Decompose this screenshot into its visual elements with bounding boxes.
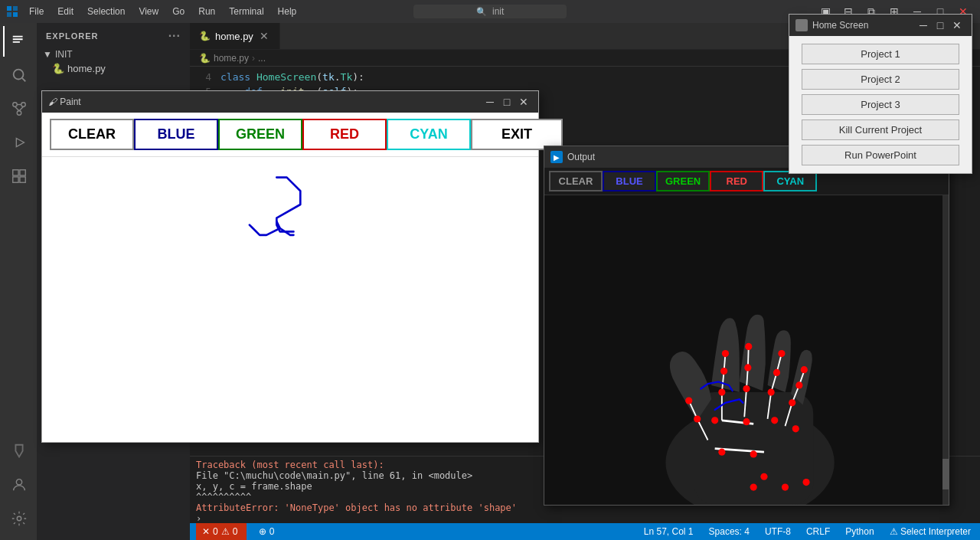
- output-window: ▶ Output ─ □ ✕ CLEAR BLUE GREEN RED CYAN: [544, 146, 949, 506]
- svg-rect-1: [13, 6, 18, 11]
- svg-point-51: [795, 381, 802, 388]
- status-right: Ln 57, Col 1 Spaces: 4 UTF-8 CRLF Python…: [641, 526, 974, 537]
- paint-title: 🖌 Paint: [48, 97, 482, 107]
- activity-testing[interactable]: [3, 436, 34, 466]
- paint-clear-button[interactable]: CLEAR: [50, 119, 134, 150]
- status-bar: ✕ 0 ⚠ 0 ⊕ 0 Ln 57, Col 1 Spaces: 4 UTF-8…: [190, 523, 980, 540]
- svg-point-45: [778, 350, 785, 357]
- svg-rect-14: [20, 170, 25, 175]
- output-clear-button[interactable]: CLEAR: [549, 171, 603, 191]
- paint-minimize-button[interactable]: ─: [482, 93, 498, 110]
- svg-point-42: [792, 425, 799, 432]
- menu-run[interactable]: Run: [192, 5, 221, 18]
- svg-point-44: [745, 343, 752, 350]
- svg-rect-2: [7, 12, 11, 17]
- svg-marker-12: [16, 139, 24, 147]
- svg-point-43: [722, 350, 729, 357]
- sidebar-item-homepy[interactable]: 🐍 home.py: [37, 61, 190, 76]
- svg-point-37: [718, 449, 725, 456]
- activity-explorer[interactable]: [3, 26, 34, 57]
- svg-rect-16: [20, 177, 25, 182]
- menu-edit[interactable]: Edit: [51, 5, 80, 18]
- status-encoding[interactable]: UTF-8: [762, 526, 794, 537]
- menu-view[interactable]: View: [132, 5, 165, 18]
- svg-point-58: [782, 483, 789, 490]
- activity-scm[interactable]: [3, 93, 34, 124]
- tab-homepy[interactable]: 🐍 home.py ✕: [190, 23, 280, 49]
- svg-point-17: [16, 479, 21, 485]
- run-powerpoint-button[interactable]: Run PowerPoint: [802, 145, 959, 165]
- hand-tracking-visualization: [544, 195, 949, 505]
- svg-point-53: [718, 389, 725, 396]
- sidebar-section-header[interactable]: ▼ INIT: [37, 47, 190, 61]
- svg-point-48: [720, 368, 727, 375]
- homescreen-body: Project 1 Project 2 Project 3 Kill Curre…: [789, 36, 972, 173]
- output-green-button[interactable]: GREEN: [656, 171, 710, 191]
- status-left: ✕ 0 ⚠ 0 ⊕ 0: [196, 523, 277, 540]
- svg-point-46: [801, 366, 808, 373]
- search-bar[interactable]: 🔍 init: [413, 5, 567, 18]
- status-eol[interactable]: CRLF: [803, 526, 833, 537]
- warning-icon: ⚠: [221, 526, 230, 537]
- activity-settings[interactable]: [3, 503, 34, 534]
- output-scrollbar[interactable]: [942, 195, 949, 505]
- svg-point-41: [771, 417, 778, 424]
- activity-bar: [0, 23, 37, 540]
- paint-red-button[interactable]: RED: [302, 119, 387, 150]
- svg-point-60: [802, 479, 809, 486]
- sidebar-more-button[interactable]: ···: [168, 29, 181, 43]
- scrollbar-thumb[interactable]: [942, 459, 949, 489]
- menu-help[interactable]: Help: [272, 5, 303, 18]
- paint-cyan-button[interactable]: CYAN: [387, 119, 471, 150]
- error-icon: ✕: [202, 526, 210, 537]
- paint-maximize-button[interactable]: □: [498, 93, 515, 110]
- paint-blue-button[interactable]: BLUE: [134, 119, 218, 150]
- svg-point-57: [760, 473, 767, 480]
- svg-point-6: [13, 103, 18, 107]
- activity-extensions[interactable]: [3, 161, 34, 191]
- status-error-btn[interactable]: ✕ 0 ⚠ 0: [196, 523, 247, 540]
- menu-selection[interactable]: Selection: [81, 5, 131, 18]
- project2-button[interactable]: Project 2: [802, 69, 959, 90]
- menu-file[interactable]: File: [23, 5, 50, 18]
- svg-line-5: [22, 78, 25, 81]
- status-interpreter[interactable]: ⚠ Select Interpreter: [887, 526, 974, 537]
- project1-button[interactable]: Project 1: [802, 44, 959, 64]
- menu-terminal[interactable]: Terminal: [223, 5, 270, 18]
- svg-point-49: [744, 364, 751, 371]
- status-language[interactable]: Python: [842, 526, 877, 537]
- terminal-cursor: ›: [196, 513, 974, 524]
- homescreen-titlebar: Home Screen ─ □ ✕: [789, 15, 972, 36]
- paint-close-button[interactable]: ✕: [515, 93, 532, 110]
- homescreen-minimize-button[interactable]: ─: [915, 17, 932, 34]
- svg-point-4: [14, 70, 24, 80]
- homescreen-close-button[interactable]: ✕: [949, 17, 965, 34]
- output-blue-button[interactable]: BLUE: [603, 171, 656, 191]
- chevron-down-icon: ▼: [43, 49, 52, 60]
- python-file-icon: 🐍: [52, 63, 64, 74]
- output-title-icon: ▶: [550, 151, 563, 163]
- output-canvas: [544, 195, 949, 505]
- status-spaces[interactable]: Spaces: 4: [706, 526, 753, 537]
- output-cyan-button[interactable]: CYAN: [763, 171, 817, 191]
- status-cursor-pos[interactable]: Ln 57, Col 1: [641, 526, 697, 537]
- svg-line-11: [19, 106, 24, 111]
- activity-search[interactable]: [3, 60, 34, 90]
- homescreen-maximize-button[interactable]: □: [932, 17, 949, 34]
- output-red-button[interactable]: RED: [710, 171, 763, 191]
- kill-project-button[interactable]: Kill Current Project: [802, 119, 959, 140]
- activity-debug[interactable]: [3, 127, 34, 158]
- svg-line-10: [15, 106, 20, 111]
- project3-button[interactable]: Project 3: [802, 94, 959, 115]
- activity-account[interactable]: [3, 470, 34, 500]
- tab-close-button[interactable]: ✕: [258, 30, 270, 42]
- svg-point-40: [743, 418, 750, 425]
- paint-canvas[interactable]: [42, 157, 538, 442]
- svg-point-7: [21, 103, 26, 107]
- status-no-problems[interactable]: ⊕ 0: [256, 526, 277, 537]
- menu-go[interactable]: Go: [166, 5, 191, 18]
- paint-green-button[interactable]: GREEN: [218, 119, 302, 150]
- svg-rect-13: [13, 170, 18, 175]
- svg-point-39: [711, 417, 718, 424]
- svg-point-59: [750, 483, 757, 490]
